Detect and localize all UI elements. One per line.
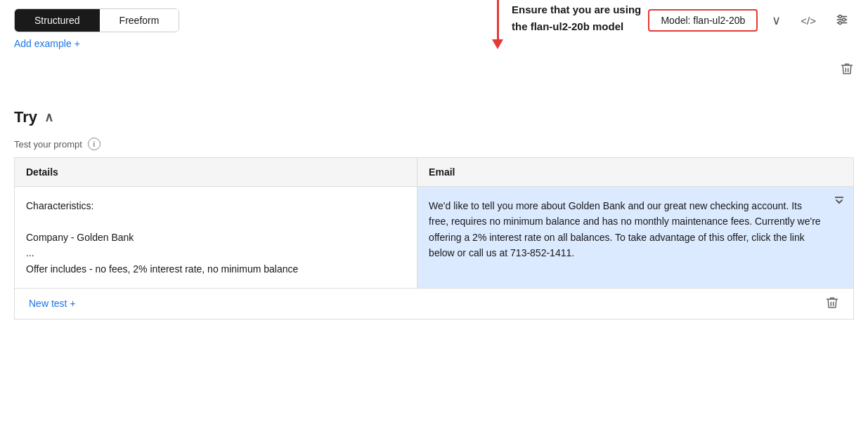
top-bar: Structured Freeform Model: flan-ul2-20b … [0,0,868,32]
table-header-row: Details Email [15,158,854,187]
new-test-row: New test+ [14,289,854,320]
try-title: Try [14,108,37,126]
top-right-controls: Model: flan-ul2-20b ∨ </> [648,9,854,32]
settings-icon [836,16,848,28]
annotation-text: Ensure that you are using the flan-ul2-2… [512,1,641,35]
table-row: Characteristics: Company - Golden Bank .… [15,187,854,289]
test-prompt-row: Test your prompt i [14,138,854,150]
try-section: Try ∧ Test your prompt i [0,96,868,150]
test-prompt-label: Test your prompt [14,139,82,150]
info-icon[interactable]: i [88,138,101,150]
details-cell: Characteristics: Company - Golden Bank .… [15,187,417,289]
new-test-plus: + [70,298,75,309]
tab-group: Structured Freeform [14,8,179,32]
chevron-down-button[interactable]: ∨ [766,10,786,31]
try-header[interactable]: Try ∧ [14,108,854,126]
collapse-icon[interactable] [834,195,845,212]
annotation-line1: Ensure that you are using [512,1,641,18]
new-test-link[interactable]: New test+ [29,298,76,309]
code-icon: </> [801,15,816,27]
annotation-group: Ensure that you are using the flan-ul2-2… [492,0,641,49]
chevron-up-icon: ∧ [44,110,53,125]
annotation-line2: the flan-ul2-20b model [512,18,641,35]
email-cell: We'd like to tell you more about Golden … [417,187,854,289]
col-email-header: Email [417,158,854,187]
test-table-wrapper: Details Email Characteristics: Company -… [0,157,868,320]
delete-top-icon[interactable] [840,62,854,79]
svg-point-3 [838,15,841,18]
add-example-link[interactable]: Add example+ [14,38,80,49]
model-badge[interactable]: Model: flan-ul2-20b [648,9,758,32]
chevron-down-icon: ∨ [772,13,781,27]
new-test-label: New test [29,298,67,309]
email-content: We'd like to tell you more about Golden … [429,198,842,261]
arrow-shaft [497,0,499,39]
details-content: Characteristics: Company - Golden Bank .… [26,198,406,277]
arrow-head-icon [492,39,503,49]
tab-freeform[interactable]: Freeform [100,9,179,32]
test-table: Details Email Characteristics: Company -… [14,157,854,289]
svg-point-5 [838,21,841,24]
delete-bottom-icon[interactable] [825,296,839,312]
add-example-label: Add example [14,38,72,49]
settings-button[interactable] [830,11,854,31]
tab-structured[interactable]: Structured [15,9,100,32]
svg-point-4 [843,18,846,21]
add-example-plus: + [75,38,80,49]
code-button[interactable]: </> [795,12,822,29]
col-details-header: Details [15,158,417,187]
